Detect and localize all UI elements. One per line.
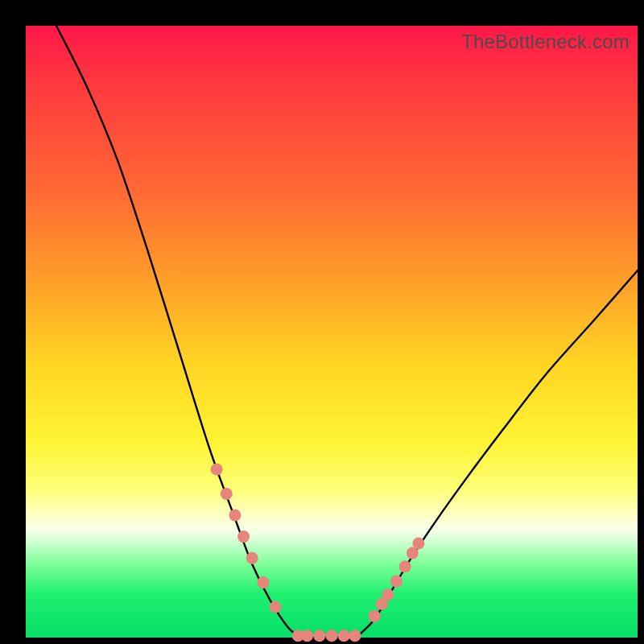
marker-dot	[229, 510, 241, 522]
bottleneck-curve	[56, 26, 638, 639]
chart-frame: TheBottleneck.com	[0, 0, 644, 644]
marker-dot	[301, 630, 313, 642]
marker-dot	[326, 630, 338, 642]
marker-dot	[399, 560, 411, 572]
marker-dot	[349, 630, 361, 642]
marker-dot	[270, 601, 282, 613]
marker-dot	[390, 576, 402, 588]
marker-dot	[369, 610, 381, 622]
marker-dot	[211, 464, 223, 476]
marker-dot	[338, 630, 350, 642]
marker-dot	[221, 488, 233, 500]
marker-dot	[412, 537, 424, 549]
marker-dot	[237, 530, 250, 543]
marker-dot	[313, 630, 325, 642]
marker-dot	[246, 552, 258, 564]
curve-svg	[26, 26, 638, 638]
marker-dot	[382, 588, 394, 601]
marker-dot	[257, 576, 269, 588]
plot-area: TheBottleneck.com	[26, 26, 638, 638]
marker-dots	[211, 464, 425, 642]
